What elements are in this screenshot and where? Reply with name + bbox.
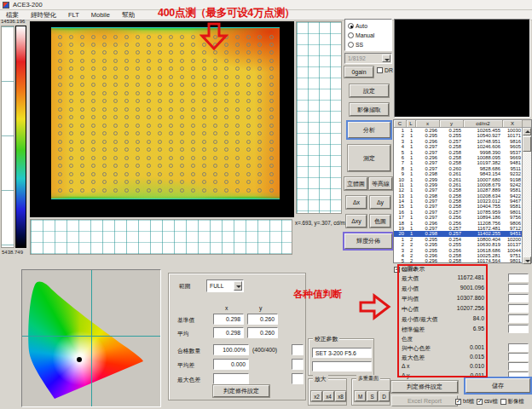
col-x-label: x xyxy=(225,305,228,311)
scroll-thumb[interactable] xyxy=(523,136,531,152)
colormap-button[interactable]: 色圖 xyxy=(370,215,390,228)
range-select[interactable]: FULL xyxy=(206,279,244,292)
colorbar-max-label: 14536.196 xyxy=(1,19,25,24)
calibration-title: 校正參數 xyxy=(313,335,339,343)
pass-judge-box xyxy=(292,344,304,355)
annotation-down-arrow-icon xyxy=(200,22,228,51)
settings-button[interactable]: 設定 xyxy=(350,84,389,97)
stat-judge-box xyxy=(508,343,529,352)
judge-condition-button-2[interactable]: 判定條件設定 xyxy=(213,385,269,397)
checkbox-icon xyxy=(500,399,506,405)
delta-xy-button[interactable]: Δxy xyxy=(346,215,367,228)
column-header[interactable]: y xyxy=(440,120,464,127)
average-x-field[interactable]: 0.298 xyxy=(213,327,244,338)
col-y-label: y xyxy=(259,305,262,311)
save-button[interactable]: 儲存 xyxy=(466,378,530,393)
cie-crosshair-horizontal xyxy=(22,336,160,337)
file-option-csv檔[interactable]: csv檔 xyxy=(477,398,498,406)
stat-row: 平均值10307.860 xyxy=(397,295,532,304)
column-header[interactable]: L xyxy=(407,120,416,127)
stat-value: 0.011 xyxy=(433,372,484,378)
excel-report-button[interactable]: Excel Report xyxy=(391,395,458,406)
table-scrollbar[interactable] xyxy=(522,128,531,264)
delta-y-button[interactable]: Δy xyxy=(370,196,390,209)
shutter-select[interactable]: 1/8192 xyxy=(344,53,392,64)
stat-label: 最小值 xyxy=(402,285,419,293)
measure-button[interactable]: 測定 xyxy=(348,145,390,171)
dr-checkbox[interactable]: DR xyxy=(377,67,393,73)
multi-s-button[interactable]: S xyxy=(367,391,378,401)
column-header[interactable]: X xyxy=(503,120,523,127)
file-option-影像檔[interactable]: 影像檔 xyxy=(500,398,524,406)
stat-row: 最小值9001.096 xyxy=(397,285,532,294)
calibration-preset-field[interactable]: SET 3-200 F5.6 xyxy=(312,348,372,358)
measurement-view[interactable] xyxy=(30,21,294,217)
menu-item[interactable]: 幫助 xyxy=(116,11,141,20)
mode-radio-ss[interactable]: SS xyxy=(348,40,391,49)
stat-value: 0.015 xyxy=(433,354,484,360)
scroll-up-icon[interactable] xyxy=(523,128,531,135)
zoom-x4-button[interactable]: x4 xyxy=(323,391,334,401)
app-icon xyxy=(3,2,9,9)
stat-label: 最大色差 xyxy=(402,354,425,362)
zoom-panel: 放大 x2x4x8 xyxy=(308,378,347,406)
contour-button[interactable]: 等高線 xyxy=(369,177,392,190)
stat-value: 6.95 xyxy=(433,325,484,331)
stat-judge-box xyxy=(508,284,529,292)
radio-icon xyxy=(348,32,354,38)
menu-item[interactable]: 經時變化 xyxy=(25,11,62,20)
zoom-x8-button[interactable]: x8 xyxy=(335,391,346,401)
average-y-field[interactable]: 0.260 xyxy=(247,327,278,338)
dr-checkbox-box xyxy=(377,67,383,73)
zoom-x2-button[interactable]: x2 xyxy=(311,391,322,401)
export-file-options: txt檔csv檔影像檔 xyxy=(455,397,532,406)
stat-label: Δ x xyxy=(402,363,409,369)
menu-item[interactable]: Mobile xyxy=(85,11,116,19)
stat-judge-box xyxy=(508,353,529,361)
stat-judge-box xyxy=(508,294,529,302)
radio-icon xyxy=(348,23,354,29)
column-header[interactable]: C xyxy=(394,120,407,127)
chroma-section-label: 色度 xyxy=(402,336,413,343)
stat-row: 中心值10207.256 xyxy=(397,305,532,314)
max-color-diff-field xyxy=(213,373,249,384)
luminance-distribution-button[interactable]: 輝度分佈 xyxy=(344,233,392,249)
file-option-label: txt檔 xyxy=(463,398,474,406)
analyze-button[interactable]: 分析 xyxy=(348,122,390,138)
image-capture-button[interactable]: 影像擷取 xyxy=(350,103,389,116)
column-header[interactable]: cd/m2 xyxy=(464,120,503,127)
menu-item[interactable]: FLT xyxy=(62,11,85,19)
mode-radio-manual[interactable]: Manual xyxy=(348,31,391,40)
menu-item[interactable]: 檔案 xyxy=(0,11,25,20)
view-3d-button[interactable]: 立體圖 xyxy=(344,177,367,190)
app-window: ACE3-200 檔案經時變化FLTMobile幫助 14536.196 543… xyxy=(0,0,532,409)
checkbox-icon xyxy=(477,399,483,405)
zero-gain-button[interactable]: 0gain xyxy=(344,66,373,78)
stat-value: 84.0 xyxy=(433,315,484,321)
multi-d-button[interactable]: D xyxy=(379,391,390,401)
annotation-points-text: 400点测（最多可设4万点测） xyxy=(158,6,295,20)
reference-y-field[interactable]: 0.260 xyxy=(247,314,278,325)
judge-condition-button[interactable]: 判定條件設定 xyxy=(391,381,458,393)
luminance-colorbar xyxy=(15,26,26,248)
reference-x-field[interactable]: 0.298 xyxy=(213,314,244,325)
stat-label: 中心值 xyxy=(402,305,419,314)
file-option-txt檔[interactable]: txt檔 xyxy=(455,398,474,406)
calibration-panel: 校正參數 SET 3-200 F5.6 xyxy=(308,338,374,376)
radio-icon xyxy=(348,42,354,48)
calibration-preset2-field[interactable] xyxy=(312,361,372,372)
vertical-profile-panel xyxy=(1,26,14,248)
column-header[interactable]: x xyxy=(416,120,440,127)
average-label: 平均 xyxy=(177,330,189,338)
range-judge-panel: 範圍 FULL x y 基準值 0.298 0.260 平均 0.298 0.2… xyxy=(168,273,306,400)
stat-value: 11672.481 xyxy=(433,274,484,280)
mode-radio-auto[interactable]: Auto xyxy=(348,21,391,31)
stat-value: 0.010 xyxy=(433,363,484,369)
multi-m-button[interactable]: M xyxy=(355,391,366,401)
delta-x-button[interactable]: Δx xyxy=(346,196,367,209)
measurement-table: CLxycd/m2X 110.2960.25510265.45510030210… xyxy=(393,119,532,263)
stat-value: 10307.860 xyxy=(433,295,484,301)
avg-diff-label: 平均差 xyxy=(177,361,194,370)
file-option-label: csv檔 xyxy=(484,398,498,406)
annotation-judge-text: 各种值判断 xyxy=(293,288,343,301)
